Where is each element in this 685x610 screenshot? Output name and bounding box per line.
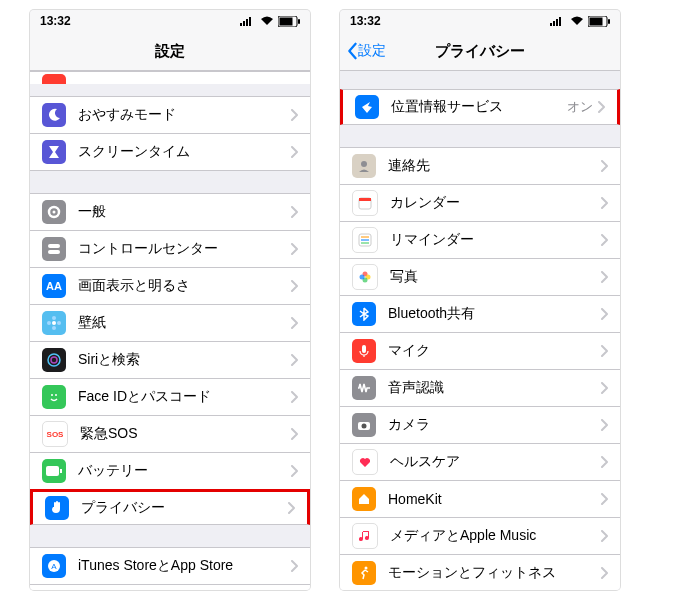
hand-icon (45, 496, 69, 520)
svg-point-47 (365, 567, 368, 570)
row-microphone[interactable]: マイク (340, 332, 620, 369)
chevron-right-icon (290, 146, 298, 158)
settings-content[interactable]: おやすみモードスクリーンタイム一般コントロールセンターAA画面表示と明るさ壁紙S… (30, 71, 310, 590)
row-speech[interactable]: 音声認識 (340, 369, 620, 406)
chevron-right-icon (290, 354, 298, 366)
status-bar: 13:32 (30, 10, 310, 32)
row-label: iTunes StoreとApp Store (78, 557, 290, 575)
status-bar: 13:32 (340, 10, 620, 32)
row-bluetooth[interactable]: Bluetooth共有 (340, 295, 620, 332)
row-health[interactable]: ヘルスケア (340, 443, 620, 480)
row-wallpaper[interactable]: 壁紙 (30, 304, 310, 341)
heart-icon (352, 449, 378, 475)
row-calendar[interactable]: カレンダー (340, 184, 620, 221)
switches-icon (42, 237, 66, 261)
row-photos[interactable]: 写真 (340, 258, 620, 295)
row-wallet[interactable]: WalletとApple Pay (30, 584, 310, 590)
chevron-right-icon (290, 560, 298, 572)
calendar-icon (352, 190, 378, 216)
svg-point-11 (52, 321, 56, 325)
svg-point-8 (53, 211, 56, 214)
row-label: 音声認識 (388, 379, 600, 397)
nav-title: 設定 (30, 42, 310, 61)
svg-rect-32 (608, 19, 610, 24)
svg-rect-44 (362, 345, 366, 353)
appstore-icon: A (42, 554, 66, 578)
row-privacy[interactable]: プライバシー (30, 489, 310, 525)
chevron-right-icon (600, 567, 608, 579)
svg-point-43 (360, 275, 365, 280)
status-icons (240, 16, 300, 27)
partial-icon (42, 74, 66, 84)
row-label: おやすみモード (78, 106, 290, 124)
svg-rect-35 (359, 198, 371, 201)
chevron-right-icon (290, 428, 298, 440)
nav-bar: 設定 プライバシー (340, 32, 620, 71)
svg-point-17 (51, 357, 57, 363)
row-general[interactable]: 一般 (30, 193, 310, 230)
svg-point-16 (48, 354, 60, 366)
chevron-right-icon (597, 101, 605, 113)
svg-point-33 (361, 161, 367, 167)
chevron-right-icon (600, 345, 608, 357)
row-value: オン (567, 98, 593, 116)
row-music[interactable]: メディアとApple Music (340, 517, 620, 554)
row-control-center[interactable]: コントロールセンター (30, 230, 310, 267)
svg-rect-0 (240, 23, 242, 26)
row-itunes[interactable]: AiTunes StoreとApp Store (30, 547, 310, 584)
row-label: Face IDとパスコード (78, 388, 290, 406)
row-faceid[interactable]: Face IDとパスコード (30, 378, 310, 415)
row-motion[interactable]: モーションとフィットネス (340, 554, 620, 590)
svg-point-13 (57, 321, 61, 325)
status-time: 13:32 (350, 14, 381, 28)
row-battery[interactable]: バッテリー (30, 452, 310, 489)
svg-point-19 (55, 394, 57, 396)
face-icon (42, 385, 66, 409)
svg-rect-20 (46, 466, 59, 476)
row-label: Siriと検索 (78, 351, 290, 369)
row-siri[interactable]: Siriと検索 (30, 341, 310, 378)
privacy-content[interactable]: 位置情報サービスオン連絡先カレンダーリマインダー写真Bluetooth共有マイク… (340, 71, 620, 590)
row-do-not-disturb[interactable]: おやすみモード (30, 96, 310, 133)
arrow-icon (355, 95, 379, 119)
row-display[interactable]: AA画面表示と明るさ (30, 267, 310, 304)
home-icon (352, 487, 376, 511)
status-icons (550, 16, 610, 27)
svg-rect-2 (246, 19, 248, 26)
photos-icon (352, 264, 378, 290)
wave-icon (352, 376, 376, 400)
chevron-right-icon (600, 530, 608, 542)
mic-icon (352, 339, 376, 363)
svg-rect-5 (280, 17, 293, 25)
back-button[interactable]: 設定 (340, 42, 386, 60)
chevron-right-icon (290, 206, 298, 218)
battery-icon (42, 459, 66, 483)
row-contacts[interactable]: 連絡先 (340, 147, 620, 184)
row-screen-time[interactable]: スクリーンタイム (30, 133, 310, 171)
row-location[interactable]: 位置情報サービスオン (340, 89, 620, 125)
row-sos[interactable]: SOS緊急SOS (30, 415, 310, 452)
row-label: プライバシー (81, 499, 287, 517)
status-time: 13:32 (40, 14, 71, 28)
svg-rect-29 (559, 17, 561, 26)
chevron-right-icon (290, 280, 298, 292)
chevron-right-icon (600, 197, 608, 209)
svg-point-46 (362, 424, 367, 429)
row-camera[interactable]: カメラ (340, 406, 620, 443)
chevron-right-icon (290, 243, 298, 255)
row-reminders[interactable]: リマインダー (340, 221, 620, 258)
svg-rect-1 (243, 21, 245, 26)
svg-rect-26 (550, 23, 552, 26)
svg-rect-3 (249, 17, 251, 26)
svg-rect-31 (590, 17, 603, 25)
svg-rect-9 (48, 244, 60, 248)
chevron-right-icon (290, 391, 298, 403)
chevron-right-icon (600, 456, 608, 468)
row-homekit[interactable]: HomeKit (340, 480, 620, 517)
svg-rect-21 (60, 469, 62, 473)
svg-rect-27 (553, 21, 555, 26)
moon-icon (42, 103, 66, 127)
row-label: ヘルスケア (390, 453, 600, 471)
chevron-right-icon (600, 382, 608, 394)
row-label: スクリーンタイム (78, 143, 290, 161)
